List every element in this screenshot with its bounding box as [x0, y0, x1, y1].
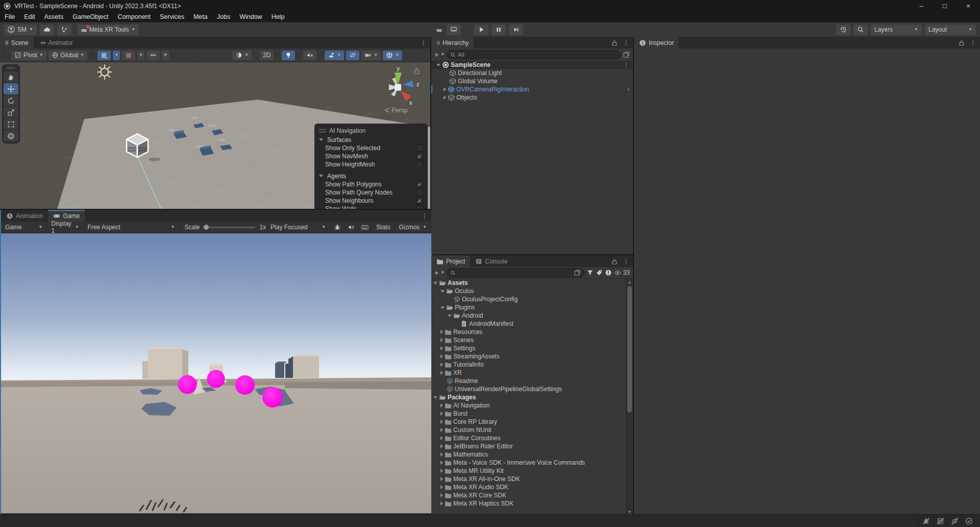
scale-slider[interactable]: [204, 227, 256, 228]
project-row[interactable]: Plugins: [431, 303, 626, 312]
project-row[interactable]: Meta XR Haptics SDK: [431, 499, 626, 508]
search-button[interactable]: [853, 25, 868, 35]
scroll-up-icon[interactable]: ▲: [626, 279, 633, 285]
meta-link-icon[interactable]: ∞: [435, 26, 444, 34]
project-row[interactable]: Custom NUnit: [431, 426, 626, 434]
project-row[interactable]: Burst: [431, 410, 626, 418]
scene-row-kebab-icon[interactable]: ⋮: [623, 61, 633, 68]
grid-snap-dropdown[interactable]: ▼: [113, 51, 120, 60]
checkbox-unchecked-icon[interactable]: [416, 161, 423, 168]
hidden-count-eye-icon[interactable]: [614, 269, 621, 276]
foldout-collapsed-icon[interactable]: [440, 412, 443, 416]
display-dropdown[interactable]: Display 1 ▼: [47, 222, 84, 233]
project-row[interactable]: AndroidManifest: [431, 320, 626, 328]
foldout-collapsed-icon[interactable]: [440, 469, 443, 473]
layers-dropdown[interactable]: Layers ▼: [871, 25, 922, 35]
foldout-collapsed-icon[interactable]: [440, 346, 443, 350]
overlay-section-surfaces[interactable]: Surfaces: [319, 135, 423, 144]
menu-gameobject[interactable]: GameObject: [68, 13, 113, 20]
open-search-window-icon[interactable]: [623, 51, 630, 58]
foldout-expanded-icon[interactable]: [433, 282, 437, 284]
gizmos-dropdown-scene[interactable]: ▼: [383, 51, 402, 60]
project-row[interactable]: Scenes: [431, 336, 626, 344]
debugger-status-button[interactable]: [919, 515, 933, 526]
scale-tool-button[interactable]: [4, 107, 18, 118]
menu-edit[interactable]: Edit: [19, 13, 40, 20]
foldout-collapsed-icon[interactable]: [440, 485, 443, 489]
audio-toggle[interactable]: [303, 51, 316, 60]
checkbox-checked-icon[interactable]: ✓: [416, 153, 423, 160]
checkbox-checked-icon[interactable]: ✓: [416, 181, 423, 188]
project-row[interactable]: {}OculusProjectConfig: [431, 295, 626, 303]
menu-file[interactable]: File: [0, 13, 19, 20]
pause-button[interactable]: [492, 25, 506, 35]
gizmos-dropdown-game[interactable]: Gizmos ▼: [395, 222, 431, 233]
overlay-toggle-row[interactable]: Show Path Polygons✓: [319, 180, 423, 188]
global-dropdown[interactable]: Global ▼: [48, 51, 88, 60]
effects-dropdown[interactable]: ▼: [325, 51, 344, 60]
simulator-button[interactable]: [447, 25, 461, 35]
maximize-button[interactable]: □: [933, 0, 957, 12]
tab-scene[interactable]: # Scene: [0, 37, 34, 49]
scene-visibility-toggle[interactable]: [346, 51, 359, 60]
snap-settings-dropdown[interactable]: ▼: [162, 51, 169, 60]
account-dropdown[interactable]: SM ▼: [4, 25, 37, 35]
overlay-toggle-row[interactable]: Show NavMesh✓: [319, 152, 423, 160]
aspect-dropdown[interactable]: Free Aspect ▼: [84, 222, 180, 233]
lock-icon[interactable]: [611, 258, 618, 265]
menu-component[interactable]: Component: [113, 13, 155, 20]
transform-tool-button[interactable]: [4, 130, 18, 141]
project-row[interactable]: JetBrains Rider Editor: [431, 442, 626, 450]
overlay-toggle-row[interactable]: Show Walls: [319, 205, 423, 209]
foldout-collapsed-icon[interactable]: [440, 338, 443, 342]
snap-increment-button[interactable]: [122, 51, 135, 60]
tab-hierarchy[interactable]: ≡ Hierarchy: [431, 37, 474, 49]
project-row[interactable]: Android: [431, 312, 626, 320]
project-row[interactable]: Resources: [431, 328, 626, 336]
foldout-expanded-icon[interactable]: [319, 138, 323, 141]
snap-increment-dropdown[interactable]: ▼: [137, 51, 144, 60]
2d-toggle[interactable]: 2D: [260, 51, 274, 60]
open-search-window-icon[interactable]: [574, 269, 581, 276]
play-focused-dropdown[interactable]: Play Focused ▼: [266, 222, 330, 233]
project-row[interactable]: Oculus: [431, 287, 626, 295]
overlay-toggle-row[interactable]: Show HeightMesh: [319, 160, 423, 169]
overlay-toggle-row[interactable]: Show Path Query Nodes: [319, 188, 423, 197]
project-scrollbar[interactable]: ▲ ▼: [626, 279, 633, 515]
project-row[interactable]: XR: [431, 369, 626, 377]
scene-viewport[interactable]: y z x Persp: [0, 62, 430, 209]
keyboard-button[interactable]: [358, 222, 372, 233]
project-row[interactable]: {}Readme: [431, 377, 626, 385]
checkbox-unchecked-icon[interactable]: [416, 189, 423, 196]
overlay-toggle-row[interactable]: Show Neighbours✓: [319, 197, 423, 205]
project-search-input[interactable]: [447, 268, 584, 277]
camera-dropdown[interactable]: ▼: [361, 51, 381, 60]
undo-history-button[interactable]: [836, 25, 850, 35]
project-row[interactable]: {}UniversalRenderPipelineGlobalSettings: [431, 385, 626, 393]
meta-xr-tools-dropdown[interactable]: ∞ Meta XR Tools ▼: [78, 25, 139, 35]
scene-menu-kebab-icon[interactable]: ⋮: [420, 39, 427, 46]
menu-window[interactable]: Window: [235, 13, 266, 20]
tab-inspector[interactable]: Inspector: [634, 37, 679, 49]
foldout-expanded-icon[interactable]: [440, 290, 445, 293]
foldout-collapsed-icon[interactable]: [444, 87, 446, 91]
foldout-expanded-icon[interactable]: [433, 396, 437, 399]
game-viewport[interactable]: [1, 233, 431, 513]
project-row[interactable]: Meta XR All-in-One SDK: [431, 475, 626, 483]
checkbox-checked-icon[interactable]: ✓: [416, 197, 423, 204]
menu-jobs[interactable]: Jobs: [212, 13, 235, 20]
project-row[interactable]: Editor Coroutines: [431, 434, 626, 442]
hierarchy-menu-kebab-icon[interactable]: ⋮: [623, 39, 629, 46]
foldout-collapsed-icon[interactable]: [440, 436, 443, 440]
foldout-collapsed-icon[interactable]: [440, 452, 443, 457]
minimize-button[interactable]: –: [910, 0, 933, 12]
foldout-expanded-icon[interactable]: [448, 315, 452, 317]
hierarchy-row[interactable]: SampleScene⋮: [431, 61, 633, 69]
lock-icon[interactable]: [958, 39, 965, 46]
lighting-toggle[interactable]: [282, 51, 295, 60]
tab-animator[interactable]: Animator: [34, 37, 78, 49]
scale-slider-knob[interactable]: [204, 225, 209, 230]
add-gameobject-button[interactable]: +: [434, 51, 438, 58]
lock-icon[interactable]: [611, 39, 618, 46]
hand-tool-button[interactable]: [4, 71, 18, 83]
